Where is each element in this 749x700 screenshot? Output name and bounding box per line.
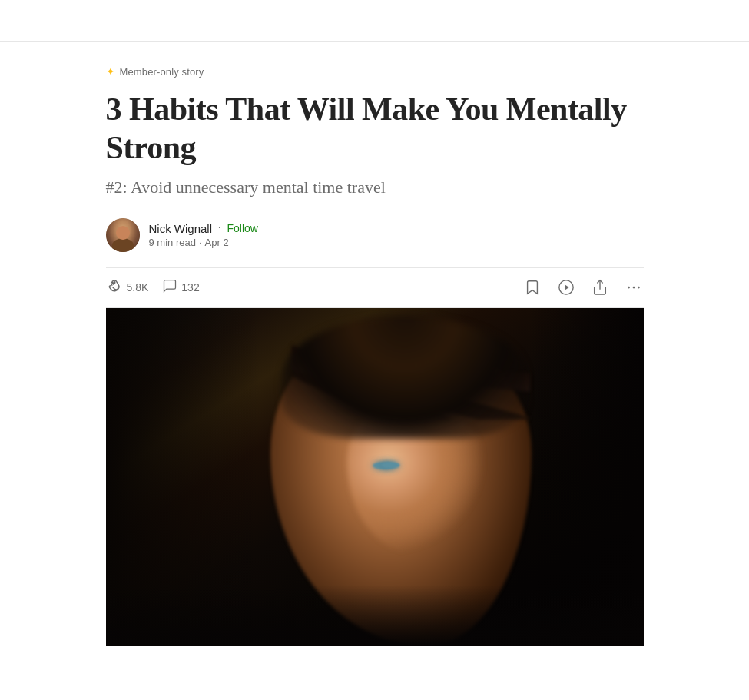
svg-marker-1 — [565, 285, 569, 290]
share-button[interactable] — [590, 277, 610, 297]
publish-date: Apr 2 — [205, 237, 229, 248]
meta-dot: · — [199, 237, 202, 248]
clap-count: 5.8K — [127, 281, 149, 294]
hero-image — [106, 308, 644, 646]
avatar — [106, 218, 140, 252]
actions-bar: 5.8K 132 — [106, 267, 644, 308]
author-name-row: Nick Wignall · Follow — [149, 222, 258, 235]
save-button[interactable] — [522, 277, 542, 297]
author-info: Nick Wignall · Follow 9 min read · Apr 2 — [149, 222, 258, 248]
comment-action[interactable]: 132 — [162, 278, 199, 297]
more-options-button[interactable] — [624, 277, 644, 297]
author-name: Nick Wignall — [149, 222, 213, 235]
article-subtitle: #2: Avoid unnecessary mental time travel — [106, 176, 644, 200]
article-meta: 9 min read · Apr 2 — [149, 237, 258, 248]
clap-action[interactable]: 5.8K — [106, 277, 149, 298]
follow-button[interactable]: Follow — [227, 222, 258, 234]
star-icon: ✦ — [106, 65, 115, 78]
right-actions — [522, 277, 644, 297]
member-badge-text: Member-only story — [120, 66, 204, 78]
hero-image-container — [106, 308, 644, 646]
svg-point-5 — [638, 287, 640, 289]
dot-separator: · — [218, 222, 221, 234]
left-actions: 5.8K 132 — [106, 277, 200, 298]
author-row: Nick Wignall · Follow 9 min read · Apr 2 — [106, 218, 644, 252]
svg-point-3 — [628, 287, 630, 289]
read-time: 9 min read — [149, 237, 196, 248]
clap-icon — [106, 277, 123, 298]
article-title: 3 Habits That Will Make You Mentally Str… — [106, 91, 644, 167]
svg-point-4 — [632, 287, 635, 289]
member-badge: ✦ Member-only story — [106, 65, 644, 78]
content-area: ✦ Member-only story 3 Habits That Will M… — [91, 42, 659, 646]
top-bar — [0, 0, 749, 42]
listen-button[interactable] — [556, 277, 576, 297]
comment-icon — [162, 278, 177, 297]
comment-count: 132 — [181, 281, 199, 294]
